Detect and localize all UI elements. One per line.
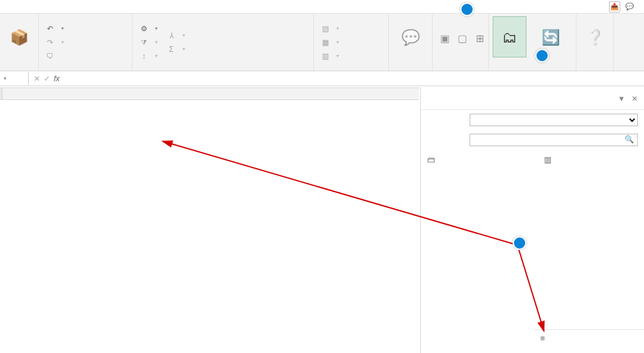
formula-bar: ▾ ✕✓fx bbox=[0, 71, 644, 86]
rows-icon: ≡ bbox=[540, 334, 545, 343]
undo-icon: ↶ bbox=[45, 24, 55, 34]
analysis-pane: ▼✕ 🔍 🗃 ▥ ≡ bbox=[420, 87, 644, 353]
search-icon[interactable]: 🔍 bbox=[625, 135, 634, 144]
share-icon[interactable]: 📤 bbox=[609, 1, 620, 12]
annotation-1 bbox=[460, 2, 474, 16]
refresh-all-button[interactable]: 📦 bbox=[4, 16, 34, 57]
redo-button[interactable]: ↷▾ bbox=[43, 36, 66, 49]
params-button[interactable]: ⚙▾ bbox=[136, 22, 160, 35]
group-label-datenanalyse bbox=[136, 68, 309, 71]
pane-menu-icon[interactable]: ▼ bbox=[618, 94, 625, 103]
params-icon: ⚙ bbox=[139, 24, 149, 34]
formula-input[interactable] bbox=[64, 73, 644, 84]
group-label-aktionen bbox=[43, 68, 128, 71]
redo-icon: ↷ bbox=[45, 37, 55, 47]
calc-button[interactable]: Σ▾ bbox=[164, 43, 188, 56]
enter-fx-icon[interactable]: ✓ bbox=[44, 74, 50, 83]
messages-icon: 🗨 bbox=[45, 51, 55, 61]
annotation-2 bbox=[535, 49, 549, 62]
comment-icon[interactable]: 💬 bbox=[624, 1, 635, 12]
hierarchy-button[interactable]: ⅄▾ bbox=[164, 29, 188, 42]
sort-button[interactable]: ↕▾ bbox=[136, 50, 160, 62]
hierarchy-icon: ⅄ bbox=[166, 31, 176, 41]
filter-button[interactable]: ⧩▾ bbox=[136, 36, 160, 49]
search-input[interactable] bbox=[470, 134, 638, 146]
results-icon: ▥ bbox=[320, 51, 330, 61]
elements-button[interactable]: ▤▾ bbox=[318, 22, 341, 35]
help-icon: ❔ bbox=[585, 27, 605, 47]
group-label-anzeigen bbox=[318, 68, 385, 71]
designpanel-show-button[interactable]: 🗂 bbox=[493, 16, 526, 57]
filter-icon: ⧩ bbox=[139, 37, 149, 47]
group-label-hilfe bbox=[580, 68, 610, 71]
columns-icon: ▥ bbox=[544, 155, 551, 164]
sort-icon: ↕ bbox=[139, 51, 149, 61]
datasource-icon: 🗃 bbox=[427, 155, 435, 164]
ribbon: 📦 ↶▾ ↷▾ 🗨 ⚙▾ ⧩▾ ↕▾ ⅄▾ Σ▾ bbox=[0, 14, 644, 71]
group-label-quelle bbox=[4, 68, 34, 71]
results-button[interactable]: ▥▾ bbox=[318, 50, 341, 62]
measures-icon: ▦ bbox=[320, 37, 330, 47]
group-label-planung bbox=[436, 68, 485, 71]
planning-btn3[interactable]: ⊞ bbox=[471, 16, 488, 57]
comments-button[interactable]: 💬 bbox=[393, 16, 428, 57]
planning-btn1[interactable]: ▣ bbox=[436, 16, 453, 57]
undo-button[interactable]: ↶▾ bbox=[43, 22, 66, 35]
measures-button[interactable]: ▦▾ bbox=[318, 36, 341, 49]
refresh-icon: 📦 bbox=[9, 27, 29, 47]
messages-button[interactable]: 🗨 bbox=[43, 50, 66, 62]
elements-icon: ▤ bbox=[320, 24, 330, 34]
update-icon: 🔄 bbox=[541, 27, 561, 47]
annotation-3 bbox=[513, 236, 526, 250]
help-button[interactable]: ❔ bbox=[580, 16, 610, 57]
name-box[interactable]: ▾ bbox=[0, 72, 29, 85]
view-for-select[interactable] bbox=[470, 114, 638, 126]
comment-big-icon: 💬 bbox=[401, 27, 421, 47]
group-label-design bbox=[493, 68, 572, 71]
fx-icon[interactable]: fx bbox=[54, 74, 59, 83]
cancel-fx-icon[interactable]: ✕ bbox=[34, 74, 40, 83]
group-label-kommentare bbox=[393, 68, 428, 71]
designpanel-icon: 🗂 bbox=[500, 27, 520, 47]
planning-btn2[interactable]: ▢ bbox=[454, 16, 470, 57]
worksheet[interactable] bbox=[0, 87, 419, 353]
calc-icon: Σ bbox=[166, 44, 176, 54]
menu-bar: 📤 💬 bbox=[0, 0, 644, 14]
pane-close-icon[interactable]: ✕ bbox=[631, 94, 638, 103]
